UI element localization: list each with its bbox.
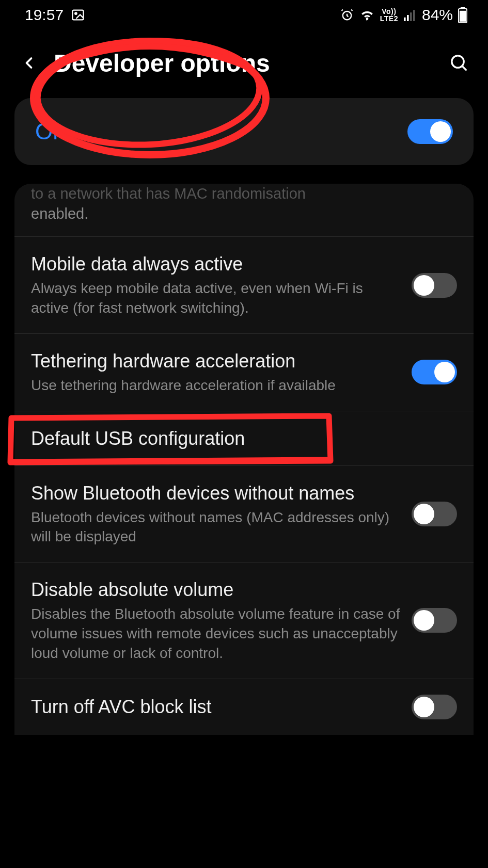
battery-percent: 84% [422, 6, 453, 24]
svg-rect-5 [410, 12, 412, 21]
toggle-tethering[interactable] [412, 360, 457, 384]
wifi-icon [359, 9, 375, 21]
back-button[interactable] [14, 49, 43, 77]
alarm-icon [340, 8, 354, 22]
row-mobile-data-always-active[interactable]: Mobile data always active Always keep mo… [14, 237, 474, 334]
row-subtitle: Bluetooth devices without names (MAC add… [31, 508, 401, 547]
status-bar: 19:57 Vo)) LTE2 84% [0, 0, 488, 28]
status-left: 19:57 [25, 6, 85, 24]
master-toggle[interactable] [407, 119, 453, 144]
row-default-usb-config[interactable]: Default USB configuration [14, 411, 474, 466]
status-right: Vo)) LTE2 84% [340, 6, 467, 24]
row-turn-off-avc-block-list[interactable]: Turn off AVC block list [14, 679, 474, 735]
status-time: 19:57 [25, 6, 64, 24]
svg-rect-0 [73, 10, 84, 20]
svg-rect-4 [407, 15, 409, 21]
settings-list: to a network that has MAC randomisation … [14, 184, 474, 735]
volte-icon: Vo)) LTE2 [380, 8, 398, 22]
row-subtitle: Use tethering hardware acceleration if a… [31, 376, 401, 395]
toggle-bt-no-names[interactable] [412, 502, 457, 526]
row-title: Tethering hardware acceleration [31, 349, 401, 373]
row-title: Disable absolute volume [31, 578, 401, 601]
row-title: Show Bluetooth devices without names [31, 481, 401, 505]
toggle-avc-block[interactable] [412, 695, 457, 719]
svg-rect-6 [413, 10, 415, 21]
row-title: Turn off AVC block list [31, 695, 401, 718]
row-tethering-hw-accel[interactable]: Tethering hardware acceleration Use teth… [14, 334, 474, 411]
row-show-bt-no-names[interactable]: Show Bluetooth devices without names Blu… [14, 466, 474, 563]
svg-line-11 [462, 66, 466, 70]
row-subtitle: Disables the Bluetooth absolute volume f… [31, 604, 401, 663]
row-disable-absolute-volume[interactable]: Disable absolute volume Disables the Blu… [14, 562, 474, 679]
picture-icon [71, 8, 85, 22]
app-header: Developer options [0, 28, 488, 98]
svg-rect-9 [460, 11, 466, 22]
partial-row[interactable]: to a network that has MAC randomisation … [14, 184, 474, 237]
row-subtitle: Always keep mobile data active, even whe… [31, 279, 401, 318]
partial-text-upper: to a network that has MAC randomisation [31, 184, 457, 204]
master-toggle-label: On [35, 119, 66, 144]
battery-icon [458, 7, 467, 23]
page-title: Developer options [54, 49, 445, 77]
svg-rect-3 [404, 18, 406, 21]
signal-icon [403, 9, 417, 21]
partial-text-lower: enabled. [31, 204, 457, 224]
master-toggle-card[interactable]: On [14, 98, 474, 165]
row-title: Mobile data always active [31, 252, 401, 276]
search-button[interactable] [445, 49, 474, 77]
toggle-mobile-data[interactable] [412, 273, 457, 298]
toggle-knob [430, 121, 451, 142]
toggle-absolute-volume[interactable] [412, 608, 457, 633]
row-title: Default USB configuration [31, 427, 447, 450]
svg-point-1 [75, 12, 77, 14]
